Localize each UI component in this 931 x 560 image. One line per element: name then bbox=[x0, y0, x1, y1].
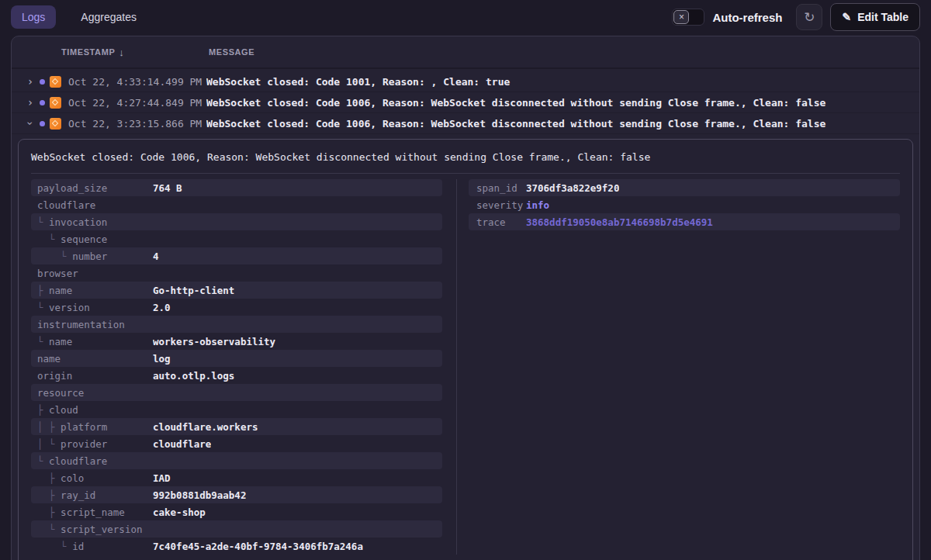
detail-row[interactable]: trace 3868ddf19050e8ab7146698b7d5e4691 bbox=[469, 213, 900, 230]
log-message: WebSocket closed: Code 1006, Reason: Web… bbox=[206, 97, 919, 109]
detail-row[interactable]: └ version 2.0 bbox=[31, 299, 442, 316]
tree-connector-icon: └ bbox=[37, 524, 61, 535]
log-detail-panel: WebSocket closed: Code 1006, Reason: Web… bbox=[18, 139, 913, 560]
log-message: WebSocket closed: Code 1001, Reason: , C… bbox=[206, 76, 919, 88]
detail-row[interactable]: └ name workers-observability bbox=[31, 333, 442, 350]
detail-row[interactable]: ├ name Go-http-client bbox=[31, 282, 442, 299]
detail-row[interactable]: └ id 7c40fe45-a2de-40bf-9784-3406fb7a246… bbox=[31, 538, 442, 555]
detail-key: payload_size bbox=[37, 182, 153, 194]
detail-key: └ number bbox=[37, 251, 153, 262]
detail-row[interactable]: severity info bbox=[469, 196, 900, 213]
tab-aggregates[interactable]: Aggregates bbox=[70, 5, 147, 29]
tab-logs[interactable]: Logs bbox=[11, 5, 56, 29]
expand-chevron-icon[interactable]: › bbox=[22, 75, 38, 88]
log-row[interactable]: › Oct 22, 4:33:14.499 PM WebSocket close… bbox=[12, 71, 919, 92]
detail-value: IAD bbox=[153, 472, 171, 484]
refresh-button[interactable]: ↻ bbox=[796, 4, 822, 30]
detail-value: 3706df3a822e9f20 bbox=[526, 182, 619, 194]
detail-row[interactable]: └ sequence bbox=[31, 230, 442, 247]
log-row[interactable]: › Oct 22, 3:23:15.866 PM WebSocket close… bbox=[12, 113, 919, 134]
log-level-dot-icon bbox=[40, 100, 45, 105]
detail-value: Go-http-client bbox=[153, 285, 234, 296]
tree-connector-icon: ├ bbox=[37, 506, 61, 518]
cloudflare-worker-icon bbox=[50, 76, 61, 88]
detail-key: └ sequence bbox=[37, 233, 153, 245]
detail-value: info bbox=[526, 199, 549, 211]
toggle-knob-x-icon: × bbox=[673, 10, 689, 24]
cloudflare-worker-icon bbox=[50, 97, 61, 109]
detail-value: 992b0881db9aab42 bbox=[153, 489, 246, 501]
tree-connector-icon: │ ├ bbox=[37, 421, 61, 433]
tree-connector-icon: ├ bbox=[37, 472, 61, 484]
detail-key: └ script_version bbox=[37, 524, 153, 535]
detail-row[interactable]: name log bbox=[31, 350, 442, 367]
detail-key: └ cloudflare bbox=[37, 455, 153, 467]
tree-connector-icon: └ bbox=[37, 251, 72, 262]
detail-key: instrumentation bbox=[37, 319, 153, 330]
detail-row[interactable]: │ └ provider cloudflare bbox=[31, 435, 442, 452]
detail-value: 2.0 bbox=[153, 302, 171, 313]
tree-connector-icon: │ └ bbox=[37, 438, 61, 450]
detail-row[interactable]: └ number 4 bbox=[31, 247, 442, 264]
detail-value: 3868ddf19050e8ab7146698b7d5e4691 bbox=[526, 216, 713, 228]
table-header: Timestamp ↓ Message bbox=[12, 36, 919, 69]
detail-value: auto.otlp.logs bbox=[153, 370, 234, 382]
log-timestamp: Oct 22, 4:33:14.499 PM bbox=[68, 76, 206, 88]
edit-table-label: Edit Table bbox=[857, 11, 909, 23]
expand-chevron-icon[interactable]: › bbox=[24, 116, 36, 131]
detail-key: ├ script_name bbox=[37, 506, 153, 518]
detail-key: └ name bbox=[37, 336, 153, 347]
detail-key: trace bbox=[475, 216, 526, 228]
sort-desc-icon: ↓ bbox=[119, 47, 124, 58]
detail-value: 764 B bbox=[153, 182, 182, 194]
tree-connector-icon: └ bbox=[37, 302, 49, 313]
log-timestamp: Oct 22, 3:23:15.866 PM bbox=[68, 118, 206, 130]
log-row[interactable]: › Oct 22, 4:27:44.849 PM WebSocket close… bbox=[12, 92, 919, 113]
column-header-timestamp[interactable]: Timestamp ↓ bbox=[61, 47, 209, 58]
tree-connector-icon: ├ bbox=[37, 404, 49, 416]
detail-row[interactable]: cloudflare bbox=[31, 196, 442, 213]
detail-key: severity bbox=[475, 199, 526, 211]
view-tabs: Logs Aggregates bbox=[11, 5, 147, 29]
timestamp-header-label: Timestamp bbox=[61, 47, 115, 57]
detail-key: browser bbox=[37, 268, 153, 279]
auto-refresh-label: Auto-refresh bbox=[712, 11, 782, 24]
detail-columns: payload_size 764 B cloudflare └ invocati… bbox=[19, 174, 912, 560]
tree-connector-icon: └ bbox=[37, 541, 72, 552]
tree-connector-icon: └ bbox=[37, 336, 49, 347]
refresh-icon: ↻ bbox=[804, 9, 815, 26]
detail-row[interactable]: browser bbox=[31, 264, 442, 282]
detail-key: ├ ray_id bbox=[37, 489, 153, 501]
detail-key: ├ cloud bbox=[37, 404, 153, 416]
detail-row[interactable]: │ ├ platform cloudflare.workers bbox=[31, 418, 442, 435]
detail-row[interactable]: ├ cloud bbox=[31, 401, 442, 418]
detail-row[interactable]: payload_size 764 B bbox=[31, 179, 442, 196]
log-table: Timestamp ↓ Message › Oct 22, 4:33:14.49… bbox=[11, 36, 920, 560]
detail-row[interactable]: └ script_version bbox=[31, 520, 442, 538]
detail-row[interactable]: instrumentation bbox=[31, 316, 442, 333]
detail-row[interactable]: span_id 3706df3a822e9f20 bbox=[469, 179, 900, 196]
detail-key: └ invocation bbox=[37, 216, 153, 228]
tree-connector-icon: ├ bbox=[37, 489, 61, 501]
topbar: Logs Aggregates × Auto-refresh ↻ ✎ Edit … bbox=[0, 0, 931, 34]
detail-attributes-column: payload_size 764 B cloudflare └ invocati… bbox=[31, 179, 456, 555]
detail-key: │ ├ platform bbox=[37, 421, 153, 433]
detail-row[interactable]: resource bbox=[31, 384, 442, 401]
detail-key: ├ colo bbox=[37, 472, 153, 484]
detail-row[interactable]: └ invocation bbox=[31, 213, 442, 230]
detail-meta-column: span_id 3706df3a822e9f20 severity info t… bbox=[456, 179, 900, 555]
detail-row[interactable]: └ cloudflare bbox=[31, 452, 442, 469]
detail-value: cake-shop bbox=[153, 506, 206, 518]
edit-table-button[interactable]: ✎ Edit Table bbox=[830, 3, 920, 31]
detail-value: log bbox=[153, 353, 171, 365]
log-timestamp: Oct 22, 4:27:44.849 PM bbox=[68, 97, 206, 109]
detail-title: WebSocket closed: Code 1006, Reason: Web… bbox=[19, 140, 912, 173]
detail-row[interactable]: ├ ray_id 992b0881db9aab42 bbox=[31, 486, 442, 503]
detail-value: cloudflare bbox=[153, 438, 211, 450]
expand-chevron-icon[interactable]: › bbox=[22, 96, 38, 109]
detail-value: cloudflare.workers bbox=[153, 421, 258, 433]
auto-refresh-toggle[interactable]: × bbox=[672, 9, 704, 26]
detail-row[interactable]: ├ script_name cake-shop bbox=[31, 503, 442, 520]
detail-row[interactable]: origin auto.otlp.logs bbox=[31, 367, 442, 384]
detail-row[interactable]: ├ colo IAD bbox=[31, 469, 442, 486]
